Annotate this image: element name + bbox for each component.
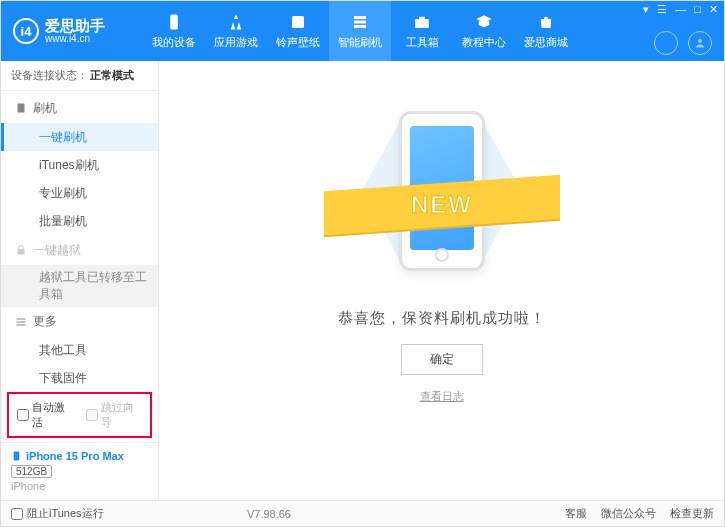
tutorial-icon xyxy=(474,12,494,32)
minimize-icon[interactable]: — xyxy=(675,3,686,16)
toolbox-icon xyxy=(412,12,432,32)
store-icon xyxy=(536,12,556,32)
success-illustration: NEW xyxy=(352,91,532,291)
svg-rect-0 xyxy=(170,15,178,30)
sidebar-options-box: 自动激活 跳过向导 xyxy=(7,392,152,438)
svg-rect-3 xyxy=(18,104,25,113)
logo: i4 爱思助手 www.i4.cn xyxy=(13,18,143,44)
sidebar-group-more[interactable]: 更多 xyxy=(1,307,158,337)
sidebar: 设备连接状态： 正常模式 刷机 一键刷机 iTunes刷机 专业刷机 批量刷机 … xyxy=(1,61,159,500)
sidebar-group-flash[interactable]: 刷机 xyxy=(1,93,158,123)
account-button[interactable] xyxy=(688,31,712,55)
device-icon xyxy=(164,12,184,32)
ok-button[interactable]: 确定 xyxy=(401,344,483,375)
check-skip-setup[interactable]: 跳过向导 xyxy=(86,400,143,430)
status-bar: 阻止iTunes运行 V7.98.66 客服 微信公众号 检查更新 xyxy=(1,500,724,526)
lock-icon xyxy=(15,244,27,256)
download-button[interactable] xyxy=(654,31,678,55)
footer-link-update[interactable]: 检查更新 xyxy=(670,506,714,521)
apps-icon xyxy=(226,12,246,32)
sidebar-item-pro-flash[interactable]: 专业刷机 xyxy=(1,179,158,207)
svg-point-2 xyxy=(698,39,702,43)
footer-link-wechat[interactable]: 微信公众号 xyxy=(601,506,656,521)
sidebar-item-itunes-flash[interactable]: iTunes刷机 xyxy=(1,151,158,179)
top-tabs: 我的设备 应用游戏 铃声壁纸 智能刷机 工具箱 教程中心 xyxy=(143,1,577,61)
sidebar-item-oneclick-flash[interactable]: 一键刷机 xyxy=(1,123,158,151)
sidebar-item-download-firmware[interactable]: 下载固件 xyxy=(1,365,158,388)
svg-rect-1 xyxy=(292,16,304,28)
window-controls: ▾ ☰ — □ ✕ xyxy=(643,3,718,16)
app-name: 爱思助手 xyxy=(45,18,105,33)
ringtone-icon xyxy=(288,12,308,32)
version-label: V7.98.66 xyxy=(247,508,291,520)
tab-smart-flash[interactable]: 智能刷机 xyxy=(329,1,391,61)
dropdown-icon[interactable]: ▾ xyxy=(643,3,649,16)
logo-icon: i4 xyxy=(13,18,39,44)
sidebar-item-other-tools[interactable]: 其他工具 xyxy=(1,337,158,365)
main-content: NEW 恭喜您，保资料刷机成功啦！ 确定 查看日志 xyxy=(159,61,724,500)
menu-icon xyxy=(15,316,27,328)
device-info[interactable]: iPhone 15 Pro Max 512GB iPhone xyxy=(1,442,158,500)
svg-rect-5 xyxy=(14,451,20,460)
app-header: i4 爱思助手 www.i4.cn 我的设备 应用游戏 铃声壁纸 智能刷机 xyxy=(1,1,724,61)
tray-icon[interactable]: ☰ xyxy=(657,3,667,16)
sidebar-group-jailbreak: 一键越狱 xyxy=(1,235,158,265)
view-log-link[interactable]: 查看日志 xyxy=(420,389,464,404)
tab-my-device[interactable]: 我的设备 xyxy=(143,1,205,61)
maximize-icon[interactable]: □ xyxy=(694,3,701,16)
close-icon[interactable]: ✕ xyxy=(709,3,718,16)
sidebar-item-batch-flash[interactable]: 批量刷机 xyxy=(1,207,158,235)
check-block-itunes[interactable]: 阻止iTunes运行 xyxy=(11,506,104,521)
doc-icon xyxy=(15,102,27,114)
success-message: 恭喜您，保资料刷机成功啦！ xyxy=(338,309,546,328)
tab-store[interactable]: 爱思商城 xyxy=(515,1,577,61)
phone-icon xyxy=(11,449,22,463)
tab-apps-games[interactable]: 应用游戏 xyxy=(205,1,267,61)
check-auto-activate[interactable]: 自动激活 xyxy=(17,400,74,430)
tab-toolbox[interactable]: 工具箱 xyxy=(391,1,453,61)
tab-ringtones[interactable]: 铃声壁纸 xyxy=(267,1,329,61)
tab-tutorials[interactable]: 教程中心 xyxy=(453,1,515,61)
app-url: www.i4.cn xyxy=(45,33,105,44)
footer-link-support[interactable]: 客服 xyxy=(565,506,587,521)
flash-icon xyxy=(350,12,370,32)
connection-status: 设备连接状态： 正常模式 xyxy=(1,61,158,91)
svg-rect-4 xyxy=(18,249,25,255)
sidebar-jailbreak-note: 越狱工具已转移至工具箱 xyxy=(1,265,158,307)
new-ribbon: NEW xyxy=(324,175,560,236)
